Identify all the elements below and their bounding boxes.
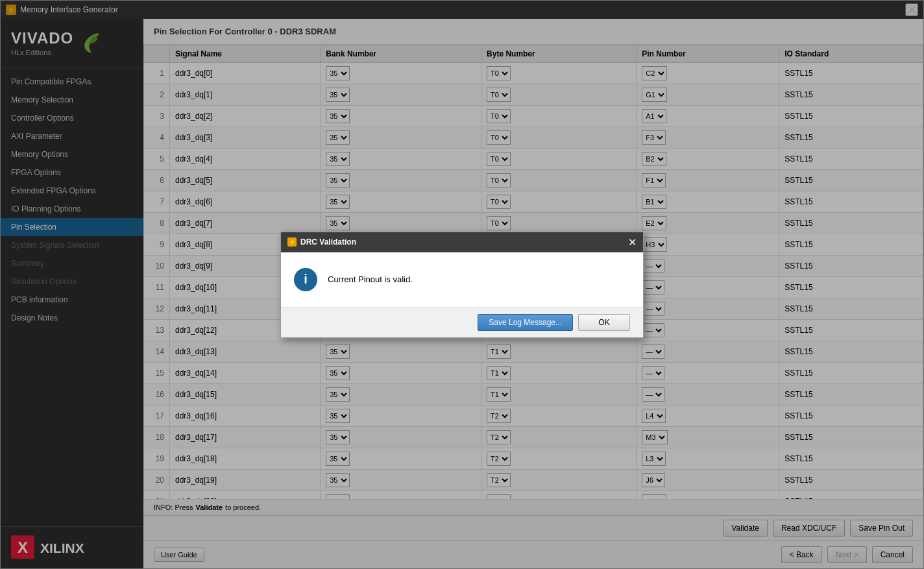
modal-message: Current Pinout is valid. bbox=[328, 274, 413, 284]
save-log-button[interactable]: Save Log Message... bbox=[478, 314, 573, 331]
modal-footer: Save Log Message... OK bbox=[281, 307, 643, 337]
modal-app-icon: ⚡ bbox=[287, 237, 297, 247]
modal-title: DRC Validation bbox=[300, 237, 356, 247]
modal-overlay: ⚡ DRC Validation ✕ i Current Pinout is v… bbox=[0, 0, 924, 569]
modal-body: i Current Pinout is valid. bbox=[281, 252, 643, 307]
drc-validation-dialog: ⚡ DRC Validation ✕ i Current Pinout is v… bbox=[280, 232, 644, 338]
modal-close-button[interactable]: ✕ bbox=[628, 236, 637, 248]
info-circle-icon: i bbox=[294, 268, 317, 291]
ok-button[interactable]: OK bbox=[578, 314, 630, 331]
modal-title-bar: ⚡ DRC Validation ✕ bbox=[281, 232, 643, 252]
